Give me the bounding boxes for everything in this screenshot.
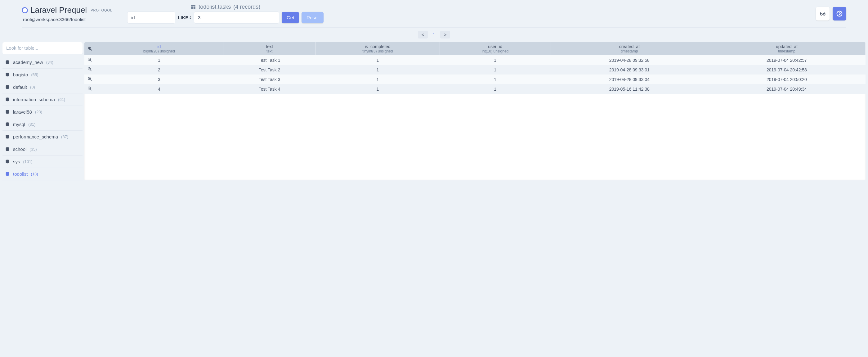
sort-arrows-icon: ▲▼ bbox=[189, 16, 191, 20]
database-list: academy_new (34)bagisto (65)default (0)i… bbox=[2, 56, 83, 180]
page-number: 1 bbox=[430, 31, 438, 38]
glasses-icon bbox=[819, 10, 826, 17]
sidebar-item-information_schema[interactable]: information_schema (61) bbox=[2, 93, 83, 106]
cell-is_completed: 1 bbox=[316, 84, 440, 94]
column-header-user_id[interactable]: user_idint(10) unsigned bbox=[440, 42, 551, 55]
table-body: 1Test Task 1112019-04-28 09:32:582019-07… bbox=[84, 55, 866, 94]
database-icon bbox=[5, 97, 10, 102]
next-page-button[interactable]: > bbox=[440, 31, 450, 38]
get-button[interactable]: Get bbox=[282, 12, 299, 23]
database-icon bbox=[5, 60, 10, 65]
cell-updated_at: 2019-07-04 20:49:34 bbox=[708, 84, 865, 94]
db-count: (13) bbox=[31, 172, 38, 176]
db-count: (35) bbox=[29, 147, 37, 151]
db-count: (23) bbox=[35, 110, 42, 114]
readonly-toggle-button[interactable] bbox=[816, 7, 830, 21]
column-header-is_completed[interactable]: is_completedtinyint(3) unsigned bbox=[316, 42, 440, 55]
search-input[interactable] bbox=[6, 45, 79, 51]
database-icon bbox=[5, 72, 10, 77]
chevron-right-circle-icon bbox=[836, 10, 843, 17]
database-icon bbox=[5, 122, 10, 127]
cell-id: 1 bbox=[95, 55, 223, 65]
filter-operator[interactable]: LIKE ▲▼ bbox=[178, 15, 191, 20]
svg-line-18 bbox=[90, 70, 92, 71]
db-count: (34) bbox=[46, 60, 53, 65]
inspect-icon bbox=[87, 67, 92, 72]
cell-updated_at: 2019-07-04 20:42:57 bbox=[708, 55, 865, 65]
cell-user_id: 1 bbox=[440, 65, 551, 75]
sidebar-item-todolist[interactable]: todolist (13) bbox=[2, 168, 83, 180]
db-name: information_schema bbox=[13, 97, 55, 102]
connection-string: root@workspace:3366/todolist bbox=[23, 17, 121, 22]
table-header-row: idbigint(20) unsignedtexttextis_complete… bbox=[84, 42, 866, 55]
database-icon bbox=[5, 159, 10, 164]
table-row[interactable]: 4Test Task 4112019-05-16 11:42:382019-07… bbox=[84, 84, 866, 94]
content: idbigint(20) unsignedtexttextis_complete… bbox=[84, 42, 866, 180]
cell-text: Test Task 2 bbox=[223, 65, 316, 75]
main: academy_new (34)bagisto (65)default (0)i… bbox=[0, 42, 868, 180]
svg-point-2 bbox=[837, 11, 842, 17]
cell-created_at: 2019-04-28 09:32:58 bbox=[551, 55, 708, 65]
run-button[interactable] bbox=[833, 7, 846, 21]
header: Laravel Prequel PROTOQOL root@workspace:… bbox=[0, 0, 868, 27]
db-count: (0) bbox=[30, 85, 35, 89]
db-count: (65) bbox=[31, 72, 38, 77]
sidebar-item-performance_schema[interactable]: performance_schema (87) bbox=[2, 131, 83, 143]
cell-created_at: 2019-04-28 09:33:04 bbox=[551, 75, 708, 84]
db-count: (61) bbox=[58, 97, 65, 102]
row-inspect-button[interactable] bbox=[84, 84, 95, 94]
sidebar-item-bagisto[interactable]: bagisto (65) bbox=[2, 69, 83, 81]
logo-icon bbox=[22, 7, 28, 13]
database-icon bbox=[5, 110, 10, 115]
cell-updated_at: 2019-07-04 20:42:58 bbox=[708, 65, 865, 75]
filter-column-input[interactable] bbox=[127, 11, 175, 24]
pagination: < 1 > bbox=[0, 31, 868, 38]
cell-is_completed: 1 bbox=[316, 65, 440, 75]
sidebar-item-default[interactable]: default (0) bbox=[2, 81, 83, 93]
tools-icon bbox=[87, 46, 92, 51]
table-icon bbox=[190, 4, 196, 10]
row-inspect-button[interactable] bbox=[84, 55, 95, 65]
cell-text: Test Task 4 bbox=[223, 84, 316, 94]
header-actions bbox=[816, 7, 846, 21]
table-row[interactable]: 1Test Task 1112019-04-28 09:32:582019-07… bbox=[84, 55, 866, 65]
sidebar-item-mysql[interactable]: mysql (31) bbox=[2, 118, 83, 131]
sidebar-item-academy_new[interactable]: academy_new (34) bbox=[2, 56, 83, 69]
cell-text: Test Task 1 bbox=[223, 55, 316, 65]
cell-user_id: 1 bbox=[440, 75, 551, 84]
table-row[interactable]: 3Test Task 3112019-04-28 09:33:042019-07… bbox=[84, 75, 866, 84]
cell-created_at: 2019-04-28 09:33:01 bbox=[551, 65, 708, 75]
cell-id: 2 bbox=[95, 65, 223, 75]
row-inspect-button[interactable] bbox=[84, 75, 95, 84]
table-title: todolist.tasks (4 records) bbox=[190, 4, 260, 10]
search-box bbox=[2, 42, 83, 54]
sidebar: academy_new (34)bagisto (65)default (0)i… bbox=[2, 42, 83, 180]
table-row[interactable]: 2Test Task 2112019-04-28 09:33:012019-07… bbox=[84, 65, 866, 75]
cell-user_id: 1 bbox=[440, 84, 551, 94]
svg-line-14 bbox=[90, 60, 92, 61]
sidebar-item-school[interactable]: school (35) bbox=[2, 143, 83, 155]
cell-id: 3 bbox=[95, 75, 223, 84]
db-name: performance_schema bbox=[13, 134, 58, 139]
column-header-updated_at[interactable]: updated_attimestamp bbox=[708, 42, 865, 55]
reset-button[interactable]: Reset bbox=[302, 12, 323, 23]
db-name: school bbox=[13, 147, 26, 152]
column-header-text[interactable]: texttext bbox=[223, 42, 316, 55]
column-header-id[interactable]: idbigint(20) unsigned bbox=[95, 42, 223, 55]
prev-page-button[interactable]: < bbox=[418, 31, 428, 38]
sidebar-item-sys[interactable]: sys (101) bbox=[2, 155, 83, 168]
cell-text: Test Task 3 bbox=[223, 75, 316, 84]
db-name: laravel58 bbox=[13, 109, 32, 115]
cell-updated_at: 2019-07-04 20:50:20 bbox=[708, 75, 865, 84]
column-header-created_at[interactable]: created_attimestamp bbox=[551, 42, 708, 55]
svg-line-26 bbox=[90, 89, 92, 90]
filter-value-input[interactable] bbox=[194, 11, 279, 24]
db-name: sys bbox=[13, 159, 20, 164]
db-name: mysql bbox=[13, 122, 25, 127]
row-inspect-button[interactable] bbox=[84, 65, 95, 75]
brand-title: Laravel Prequel bbox=[30, 5, 87, 15]
sidebar-item-laravel58[interactable]: laravel58 (23) bbox=[2, 106, 83, 118]
svg-line-22 bbox=[90, 80, 92, 81]
cell-is_completed: 1 bbox=[316, 75, 440, 84]
tools-column-header bbox=[84, 42, 95, 55]
